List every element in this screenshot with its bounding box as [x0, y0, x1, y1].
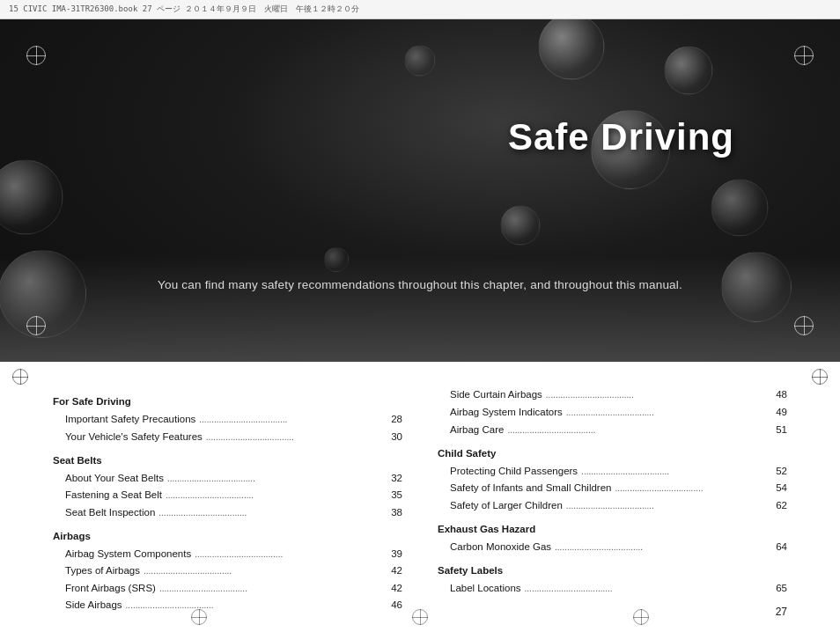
toc-item-label: Safety of Larger Children: [450, 497, 563, 515]
crosshair-bottom-right: [794, 316, 814, 335]
bokeh-bubble: [665, 47, 713, 95]
toc-item-label: Airbag Care: [450, 422, 504, 439]
toc-section: For Safe DrivingImportant Safety Precaut…: [0, 362, 840, 632]
toc-item-label: Important Safety Precautions: [65, 411, 195, 429]
toc-item-dots: ....................................: [579, 464, 774, 479]
toc-item-dots: ....................................: [157, 505, 389, 520]
toc-item: Fastening a Seat Belt...................…: [53, 487, 402, 504]
toc-item-dots: ....................................: [158, 581, 389, 596]
toc-section-header: Exhaust Gas Hazard: [438, 521, 787, 539]
toc-item: Airbag Care.............................…: [438, 422, 787, 439]
bottom-crosshairs: [0, 609, 840, 625]
toc-item-page: 30: [391, 429, 402, 446]
toc-item-dots: ....................................: [564, 498, 774, 513]
crosshair-bottom-3: [633, 609, 649, 625]
toc-item-label: Front Airbags (SRS): [65, 580, 156, 598]
toc-item: Carbon Monoxide Gas.....................…: [438, 539, 787, 556]
toc-item: Side Curtain Airbags....................…: [438, 386, 787, 404]
toc-item-dots: ....................................: [553, 540, 774, 555]
toc-section-header: Seat Belts: [53, 452, 402, 470]
toc-item: Airbag System Indicators................…: [438, 404, 787, 422]
toc-item-label: Safety of Infants and Small Children: [450, 480, 611, 497]
crosshair-bottom-left: [26, 316, 46, 335]
hero-section: Safe Driving You can find many safety re…: [0, 19, 840, 362]
toc-item-page: 42: [391, 562, 402, 580]
hero-ground: [0, 256, 840, 362]
toc-item-dots: ....................................: [523, 581, 775, 596]
toc-item-label: Airbag System Indicators: [450, 404, 563, 422]
content-crosshair-tl: [12, 369, 28, 385]
toc-item-page: 64: [776, 539, 787, 556]
toc-item: Seat Belt Inspection....................…: [53, 504, 402, 522]
toc-item-page: 65: [776, 580, 787, 598]
toc-section-header: For Safe Driving: [53, 393, 402, 411]
scanner-line: 15 CIVIC IMA-31TR26300.book 27 ページ ２０１４年…: [0, 0, 840, 19]
toc-left-column: For Safe DrivingImportant Safety Precaut…: [53, 386, 402, 614]
toc-item-page: 54: [776, 480, 787, 497]
bokeh-bubble: [405, 45, 436, 76]
toc-item-page: 35: [391, 487, 402, 504]
toc-section-header: Safety Labels: [438, 562, 787, 580]
toc-item-label: Fastening a Seat Belt: [65, 487, 162, 504]
toc-item-dots: ....................................: [166, 471, 389, 486]
toc-item-dots: ....................................: [204, 430, 389, 445]
toc-item: Types of Airbags........................…: [53, 562, 402, 580]
toc-item-page: 38: [391, 504, 402, 522]
toc-item-dots: ....................................: [164, 488, 389, 503]
toc-section-header: Child Safety: [438, 445, 787, 463]
toc-item-page: 62: [776, 497, 787, 515]
toc-right-column: Side Curtain Airbags....................…: [438, 386, 787, 614]
crosshair-bottom-1: [191, 609, 207, 625]
toc-item-dots: ....................................: [564, 405, 774, 420]
toc-item-page: 52: [776, 463, 787, 481]
toc-item: Safety of Infants and Small Children....…: [438, 480, 787, 497]
hero-title: Safe Driving: [508, 116, 734, 158]
toc-item-label: About Your Seat Belts: [65, 470, 164, 488]
toc-item: Airbag System Components................…: [53, 546, 402, 563]
toc-item-page: 42: [391, 580, 402, 598]
toc-item-dots: ....................................: [505, 423, 774, 437]
bokeh-bubble: [501, 205, 541, 245]
toc-item-dots: ....................................: [544, 387, 774, 402]
toc-item-label: Airbag System Components: [65, 546, 191, 563]
toc-item-page: 49: [776, 404, 787, 422]
toc-item-dots: ....................................: [193, 547, 389, 562]
toc-item: About Your Seat Belts...................…: [53, 470, 402, 488]
toc-item-label: Side Curtain Airbags: [450, 386, 542, 404]
toc-item-dots: ....................................: [142, 563, 389, 578]
toc-item-label: Your Vehicle's Safety Features: [65, 429, 203, 446]
hero-subtitle: You can find many safety recommendations…: [0, 278, 840, 291]
crosshair-bottom-2: [412, 609, 428, 625]
toc-item-page: 28: [391, 411, 402, 429]
toc-item-dots: ....................................: [197, 412, 389, 427]
toc-item-page: 32: [391, 470, 402, 488]
bokeh-bubble: [324, 247, 349, 272]
toc-item: Your Vehicle's Safety Features..........…: [53, 429, 402, 446]
toc-item: Safety of Larger Children...............…: [438, 497, 787, 515]
bokeh-bubble: [711, 180, 768, 237]
crosshair-top-left: [26, 46, 46, 65]
toc-item: Protecting Child Passengers.............…: [438, 463, 787, 481]
toc-item: Front Airbags (SRS).....................…: [53, 580, 402, 598]
toc-item-page: 51: [776, 422, 787, 439]
content-crosshair-tr: [812, 369, 828, 385]
toc-item-label: Label Locations: [450, 580, 521, 598]
toc-item: Label Locations.........................…: [438, 580, 787, 598]
toc-item: Important Safety Precautions............…: [53, 411, 402, 429]
toc-item-label: Types of Airbags: [65, 562, 140, 580]
crosshair-top-right: [794, 46, 814, 65]
toc-item-page: 39: [391, 546, 402, 563]
toc-item-label: Protecting Child Passengers: [450, 463, 578, 481]
toc-section-header: Airbags: [53, 528, 402, 546]
toc-item-label: Carbon Monoxide Gas: [450, 539, 551, 556]
toc-item-page: 48: [776, 386, 787, 404]
toc-item-label: Seat Belt Inspection: [65, 504, 155, 522]
toc-item-dots: ....................................: [613, 481, 774, 496]
